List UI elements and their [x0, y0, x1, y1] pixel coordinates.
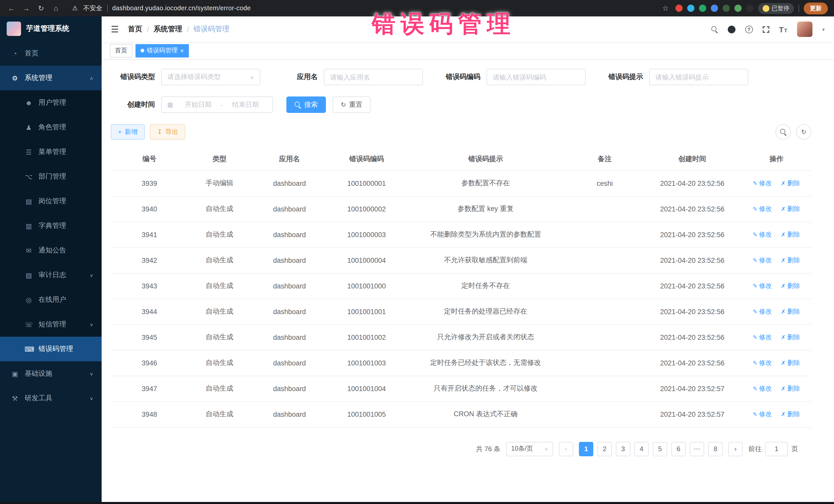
sidebar-item[interactable]: ◔ 首页 [0, 41, 102, 66]
table-row: 3946 自动生成 dashboard 1001001003 定时任务已经处于该… [111, 350, 811, 376]
chevron-icon: ∨ [90, 322, 93, 327]
bookmark-star-icon[interactable]: ☆ [660, 4, 671, 12]
caret-down-icon[interactable]: ▾ [822, 26, 825, 32]
fullscreen-icon[interactable] [762, 26, 769, 32]
font-size-icon[interactable] [779, 25, 787, 34]
error-type-select[interactable]: 请选择错误码类型 ∨ [161, 69, 260, 85]
red-extension-icon[interactable] [675, 5, 682, 12]
github-icon[interactable] [727, 25, 735, 33]
page-button[interactable]: ⋯ [690, 442, 704, 456]
on-badge-extension-icon[interactable] [722, 5, 729, 12]
column-header: 创建时间 [643, 148, 741, 170]
address-bar[interactable]: dashboard.yudao.iocoder.cn/system/error-… [112, 5, 251, 12]
page-button[interactable]: 8 [708, 442, 723, 456]
green-check-extension-icon[interactable] [699, 5, 706, 12]
sidebar-item[interactable]: ▧ 审计日志 ∨ [0, 263, 102, 287]
dark-extension-icon[interactable] [746, 5, 753, 12]
sidebar-item[interactable]: ⚒ 研发工具 ∨ [0, 386, 102, 411]
page-tab[interactable]: 首页 [110, 44, 132, 57]
sidebar-item-icon: ⚙ [11, 74, 19, 82]
sidebar-item[interactable]: ▤ 岗位管理 [0, 189, 102, 214]
page-button[interactable]: 1 [579, 442, 593, 456]
delete-link[interactable]: ✗删除 [781, 179, 800, 188]
page-size-select[interactable]: 10条/页 ∨ [506, 442, 553, 456]
edit-link[interactable]: ✎修改 [753, 333, 772, 342]
leaf-extension-icon[interactable] [734, 5, 741, 12]
security-indicator[interactable]: ⚠ 不安全 [70, 4, 103, 13]
hamburger-icon[interactable]: ☰ [111, 24, 119, 35]
cell-remark [566, 324, 643, 350]
search-button[interactable]: 搜索 [286, 96, 326, 113]
tab-label: 错误码管理 [147, 46, 178, 55]
delete-link[interactable]: ✗删除 [781, 410, 800, 419]
error-type-field: 错误码类型 请选择错误码类型 ∨ [111, 69, 260, 85]
navbar-actions: ? ▾ [711, 22, 825, 37]
edit-link[interactable]: ✎修改 [753, 256, 772, 265]
prev-page-button[interactable]: ‹ [559, 442, 573, 456]
sidebar-item[interactable]: ☰ 菜单管理 [0, 139, 102, 164]
next-page-button[interactable]: › [728, 442, 743, 456]
page-tab[interactable]: 错误码管理 × [135, 44, 189, 57]
search-icon[interactable] [711, 26, 718, 32]
edit-link[interactable]: ✎修改 [753, 307, 772, 316]
delete-link[interactable]: ✗删除 [781, 384, 800, 393]
delete-link[interactable]: ✗删除 [781, 282, 800, 290]
show-search-button[interactable] [775, 124, 791, 139]
page-button[interactable]: 4 [634, 442, 649, 456]
page-button[interactable]: 2 [597, 442, 612, 456]
forward-icon[interactable]: → [21, 4, 31, 12]
cell-id: 3942 [111, 247, 188, 273]
edit-link[interactable]: ✎修改 [753, 384, 772, 393]
close-icon[interactable]: × [180, 47, 184, 53]
reset-button[interactable]: ↻ 重置 [333, 96, 371, 113]
app-name-input[interactable] [324, 69, 423, 85]
delete-link[interactable]: ✗删除 [781, 333, 800, 342]
sidebar-item[interactable]: ♟ 角色管理 [0, 115, 102, 139]
add-button[interactable]: + 新增 [111, 124, 145, 139]
sidebar-item[interactable]: ✉ 通知公告 [0, 238, 102, 263]
edit-link[interactable]: ✎修改 [753, 230, 772, 239]
error-code-input[interactable] [486, 69, 586, 85]
sidebar-item[interactable]: ⚙ 系统管理 ∧ [0, 66, 102, 90]
edit-link[interactable]: ✎修改 [753, 282, 772, 290]
breadcrumb-home[interactable]: 首页 [128, 25, 142, 34]
page-numbers: 1 2 3 4 5 6 ⋯ 8 [579, 442, 723, 456]
refresh-table-button[interactable]: ↻ [796, 124, 811, 139]
error-hint-field: 错误码提示 [599, 69, 748, 85]
sidebar-item[interactable]: ⌨ 错误码管理 [0, 337, 102, 361]
sidebar-item-label: 通知公告 [39, 246, 66, 255]
delete-link[interactable]: ✗删除 [781, 204, 800, 213]
page-button[interactable]: 5 [653, 442, 667, 456]
browser-home-icon[interactable]: ⌂ [51, 4, 61, 12]
delete-link[interactable]: ✗删除 [781, 256, 800, 265]
reload-icon[interactable]: ↻ [36, 4, 46, 12]
user-avatar[interactable] [797, 22, 812, 37]
sidebar-item[interactable]: ⌥ 部门管理 [0, 164, 102, 189]
edit-link[interactable]: ✎修改 [753, 410, 772, 419]
delete-link[interactable]: ✗删除 [781, 307, 800, 316]
sidebar-item[interactable]: ▣ 基础设施 ∨ [0, 361, 102, 386]
sidebar-item[interactable]: ☏ 短信管理 ∨ [0, 312, 102, 337]
edit-link[interactable]: ✎修改 [753, 204, 772, 213]
error-type-label: 错误码类型 [111, 72, 155, 82]
edit-link[interactable]: ✎修改 [753, 358, 772, 367]
sidebar-item[interactable]: ◎ 在线用户 [0, 287, 102, 312]
page-button[interactable]: 3 [616, 442, 630, 456]
help-icon[interactable]: ? [745, 25, 753, 33]
paused-badge[interactable]: 已暂停 [758, 3, 794, 14]
breadcrumb-system[interactable]: 系统管理 [153, 25, 182, 34]
back-icon[interactable]: ← [6, 4, 17, 12]
browser-update-button[interactable]: 更新 [804, 2, 828, 14]
delete-link[interactable]: ✗删除 [781, 230, 800, 239]
grid-extension-icon[interactable] [710, 5, 718, 12]
date-range-picker[interactable]: ▦ 开始日期 - 结束日期 [161, 96, 273, 113]
page-button[interactable]: 6 [671, 442, 686, 456]
delete-link[interactable]: ✗删除 [781, 358, 800, 367]
edit-link[interactable]: ✎修改 [753, 179, 772, 188]
sidebar-item[interactable]: ☻ 用户管理 [0, 90, 102, 115]
drop-extension-icon[interactable] [687, 5, 694, 12]
sidebar-item[interactable]: ▥ 字典管理 [0, 214, 102, 238]
export-button[interactable]: ↧ 导出 [150, 124, 185, 139]
error-hint-input[interactable] [649, 69, 748, 85]
goto-page-input[interactable] [765, 442, 788, 456]
